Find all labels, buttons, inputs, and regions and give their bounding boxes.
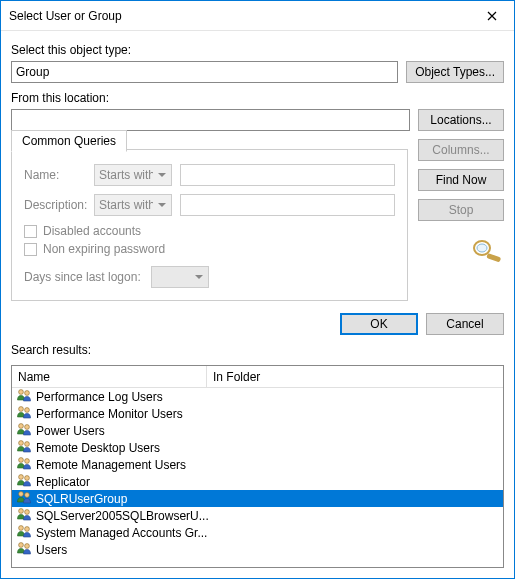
svg-point-5 [19, 407, 24, 412]
svg-point-7 [19, 424, 24, 429]
list-item[interactable]: Power Users [12, 422, 503, 439]
svg-point-2 [477, 244, 487, 252]
non-expiring-label: Non expiring password [43, 242, 165, 256]
results-listview[interactable]: Name In Folder Performance Log Users Per… [11, 365, 504, 568]
list-item-name: Replicator [36, 475, 90, 489]
close-button[interactable] [469, 1, 514, 30]
common-queries-group: Common Queries Name: Description: Disabl… [11, 149, 408, 301]
list-item[interactable]: SQLRUserGroup [12, 490, 503, 507]
svg-point-12 [25, 459, 30, 464]
locations-button[interactable]: Locations... [418, 109, 504, 131]
list-item-name: Power Users [36, 424, 105, 438]
list-item-name: Remote Management Users [36, 458, 186, 472]
tab-common-queries[interactable]: Common Queries [11, 130, 127, 152]
list-item[interactable]: SQLServer2005SQLBrowserU... [12, 507, 503, 524]
side-buttons: Columns... Find Now Stop [418, 139, 504, 266]
list-item[interactable]: System Managed Accounts Gr... [12, 524, 503, 541]
svg-point-18 [25, 510, 30, 515]
svg-point-14 [25, 476, 30, 481]
svg-point-16 [25, 493, 30, 498]
object-type-label: Select this object type: [11, 43, 504, 57]
titlebar: Select User or Group [1, 1, 514, 31]
svg-rect-1 [486, 253, 501, 262]
column-in-folder[interactable]: In Folder [207, 370, 503, 384]
svg-point-15 [19, 492, 24, 497]
list-item[interactable]: Replicator [12, 473, 503, 490]
svg-point-3 [19, 390, 24, 395]
days-since-logon-select [151, 266, 209, 288]
ok-button[interactable]: OK [340, 313, 418, 335]
svg-point-9 [19, 441, 24, 446]
results-header: Name In Folder [12, 366, 503, 388]
days-since-logon-label: Days since last logon: [24, 270, 141, 284]
object-types-button[interactable]: Object Types... [406, 61, 504, 83]
svg-point-19 [19, 526, 24, 531]
group-icon [16, 540, 32, 559]
list-item-name: SQLRUserGroup [36, 492, 127, 506]
columns-button: Columns... [418, 139, 504, 161]
column-name[interactable]: Name [12, 366, 207, 387]
disabled-accounts-checkbox [24, 225, 37, 238]
list-item[interactable]: Remote Management Users [12, 456, 503, 473]
svg-point-13 [19, 475, 24, 480]
list-item-name: SQLServer2005SQLBrowserU... [36, 509, 209, 523]
svg-point-20 [25, 527, 30, 532]
search-icon [470, 237, 504, 266]
close-icon [487, 11, 497, 21]
search-results-label: Search results: [11, 343, 504, 357]
list-item-name: Users [36, 543, 67, 557]
cancel-button[interactable]: Cancel [426, 313, 504, 335]
description-label: Description: [24, 198, 86, 212]
window-title: Select User or Group [9, 9, 469, 23]
description-mode-select [94, 194, 172, 216]
non-expiring-checkbox [24, 243, 37, 256]
list-item[interactable]: Performance Monitor Users [12, 405, 503, 422]
svg-point-4 [25, 391, 30, 396]
list-item[interactable]: Performance Log Users [12, 388, 503, 405]
svg-point-8 [25, 425, 30, 430]
find-now-button[interactable]: Find Now [418, 169, 504, 191]
svg-point-10 [25, 442, 30, 447]
results-body[interactable]: Performance Log Users Performance Monito… [12, 388, 503, 567]
description-input[interactable] [180, 194, 395, 216]
list-item[interactable]: Users [12, 541, 503, 558]
object-type-field[interactable] [11, 61, 398, 83]
list-item-name: System Managed Accounts Gr... [36, 526, 207, 540]
list-item-name: Performance Monitor Users [36, 407, 183, 421]
list-item-name: Performance Log Users [36, 390, 163, 404]
name-mode-select [94, 164, 172, 186]
list-item-name: Remote Desktop Users [36, 441, 160, 455]
name-label: Name: [24, 168, 86, 182]
svg-point-17 [19, 509, 24, 514]
location-field[interactable] [11, 109, 410, 131]
dialog-content: Select this object type: Object Types...… [1, 31, 514, 365]
svg-point-21 [19, 543, 24, 548]
svg-point-22 [25, 544, 30, 549]
svg-point-11 [19, 458, 24, 463]
svg-point-6 [25, 408, 30, 413]
disabled-accounts-label: Disabled accounts [43, 224, 141, 238]
name-input[interactable] [180, 164, 395, 186]
list-item[interactable]: Remote Desktop Users [12, 439, 503, 456]
location-label: From this location: [11, 91, 504, 105]
stop-button: Stop [418, 199, 504, 221]
